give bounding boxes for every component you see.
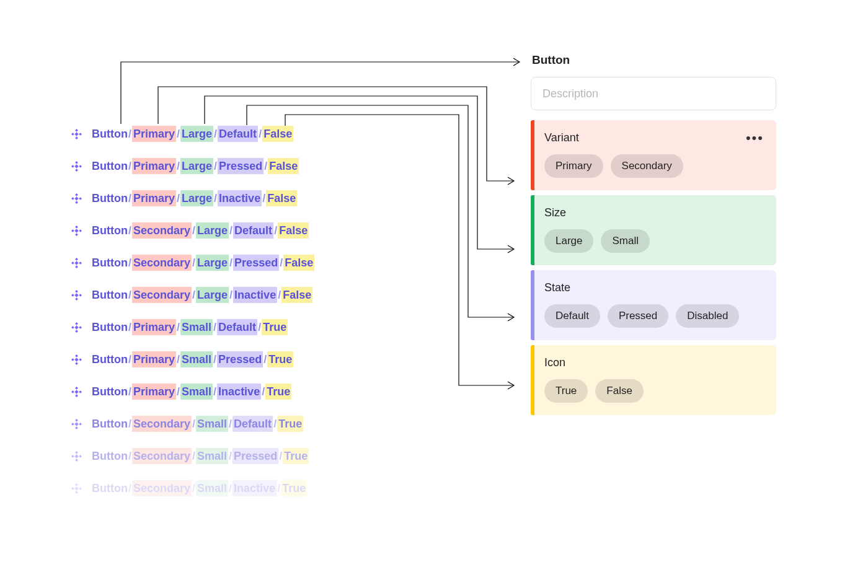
option-pill[interactable]: Primary: [544, 154, 603, 178]
token-state: Default: [217, 319, 257, 335]
property-card-size[interactable]: SizeLargeSmall: [531, 195, 776, 265]
property-card-icon[interactable]: IconTrueFalse: [531, 345, 776, 415]
token-state: Inactive: [218, 190, 262, 206]
token-variant: Primary: [132, 158, 176, 174]
more-icon[interactable]: •••: [746, 134, 764, 141]
token-variant: Primary: [132, 351, 176, 367]
token-icon: True: [262, 319, 288, 335]
component-icon: [71, 387, 82, 397]
component-icon: [71, 451, 82, 462]
token-icon: True: [283, 448, 309, 464]
slash: /: [128, 289, 132, 301]
option-pill[interactable]: Disabled: [676, 304, 739, 328]
token-variant: Secondary: [132, 287, 192, 303]
token-root: Button: [92, 353, 128, 366]
component-icon: [71, 322, 82, 333]
slash: /: [192, 450, 196, 462]
description-input[interactable]: Description: [531, 77, 776, 110]
component-icon: [71, 419, 82, 429]
component-name-row[interactable]: Button/Primary/Large/Default/False: [71, 128, 314, 139]
slash: /: [128, 160, 132, 172]
component-icon: [71, 483, 82, 494]
slash: /: [176, 321, 180, 333]
token-state: Inactive: [233, 287, 277, 303]
component-name-tokens: Button/Secondary/Small/Inactive/True: [92, 483, 307, 494]
option-pill[interactable]: Secondary: [611, 154, 683, 178]
component-properties-panel: Button Description Variant•••PrimarySeco…: [531, 53, 776, 415]
token-size: Small: [180, 384, 213, 400]
component-name-tokens: Button/Primary/Small/Default/True: [92, 322, 288, 333]
component-name-row[interactable]: Button/Secondary/Large/Inactive/False: [71, 289, 314, 301]
slash: /: [128, 224, 132, 237]
token-variant: Secondary: [132, 222, 192, 239]
token-size: Small: [180, 351, 213, 367]
component-name-row[interactable]: Button/Primary/Large/Inactive/False: [71, 193, 314, 204]
slash: /: [192, 418, 196, 430]
component-name-row[interactable]: Button/Secondary/Large/Pressed/False: [71, 257, 314, 268]
component-name-row[interactable]: Button/Primary/Small/Default/True: [71, 322, 314, 333]
option-pill[interactable]: Large: [544, 229, 593, 253]
property-label: State: [544, 281, 570, 294]
slash: /: [192, 257, 196, 269]
token-state: Default: [233, 222, 273, 239]
token-variant: Primary: [132, 126, 176, 142]
component-name-row[interactable]: Button/Primary/Large/Pressed/False: [71, 160, 314, 172]
token-variant: Secondary: [132, 416, 192, 432]
component-name-row[interactable]: Button/Secondary/Large/Default/False: [71, 225, 314, 236]
component-name-tokens: Button/Secondary/Large/Pressed/False: [92, 257, 314, 268]
token-variant: Primary: [132, 319, 176, 335]
property-card-state[interactable]: StateDefaultPressedDisabled: [531, 270, 776, 340]
option-pill[interactable]: Small: [601, 229, 650, 253]
slash: /: [128, 482, 132, 494]
property-label: Variant: [544, 131, 579, 144]
component-icon: [71, 226, 82, 236]
token-state: Default: [232, 416, 273, 432]
component-name-tokens: Button/Primary/Small/Pressed/True: [92, 354, 293, 365]
option-pill[interactable]: Pressed: [608, 304, 668, 328]
property-options: TrueFalse: [544, 379, 765, 403]
token-state: Inactive: [232, 480, 277, 496]
property-options: PrimarySecondary: [544, 154, 765, 178]
component-name-row[interactable]: Button/Secondary/Small/Default/True: [71, 418, 314, 429]
property-label: Size: [544, 206, 566, 219]
component-name-row[interactable]: Button/Secondary/Small/Pressed/True: [71, 450, 314, 462]
component-name-list: Button/Primary/Large/Default/FalseButton…: [71, 128, 314, 494]
slash: /: [128, 192, 132, 204]
component-name-row[interactable]: Button/Secondary/Small/Inactive/True: [71, 483, 314, 494]
token-size: Small: [196, 416, 228, 432]
property-options: DefaultPressedDisabled: [544, 304, 765, 328]
option-pill[interactable]: False: [595, 379, 644, 403]
token-state: Pressed: [217, 351, 263, 367]
token-root: Button: [92, 418, 128, 430]
component-name-row[interactable]: Button/Primary/Small/Pressed/True: [71, 354, 314, 365]
token-variant: Secondary: [132, 448, 192, 464]
component-name-tokens: Button/Secondary/Small/Default/True: [92, 418, 303, 429]
option-pill[interactable]: Default: [544, 304, 600, 328]
slash: /: [176, 128, 180, 140]
property-header: Size: [544, 206, 765, 219]
slash: /: [176, 353, 180, 366]
token-root: Button: [92, 482, 128, 494]
option-pill[interactable]: True: [544, 379, 588, 403]
property-card-variant[interactable]: Variant•••PrimarySecondary: [531, 120, 776, 190]
token-root: Button: [92, 257, 128, 269]
token-state: Pressed: [218, 158, 264, 174]
property-header: Icon: [544, 356, 765, 369]
property-options: LargeSmall: [544, 229, 765, 253]
token-variant: Primary: [132, 190, 176, 206]
component-name-row[interactable]: Button/Primary/Small/Inactive/True: [71, 386, 314, 397]
token-size: Large: [196, 255, 229, 271]
token-size: Small: [196, 448, 228, 464]
token-size: Large: [180, 158, 213, 174]
token-state: Pressed: [233, 255, 279, 271]
token-root: Button: [92, 385, 128, 398]
token-variant: Primary: [132, 384, 176, 400]
component-icon: [71, 258, 82, 268]
slash: /: [192, 289, 196, 301]
token-size: Large: [180, 126, 213, 142]
token-root: Button: [92, 289, 128, 301]
component-icon: [71, 129, 82, 139]
slash: /: [128, 418, 132, 430]
token-root: Button: [92, 321, 128, 333]
description-placeholder: Description: [542, 87, 598, 100]
